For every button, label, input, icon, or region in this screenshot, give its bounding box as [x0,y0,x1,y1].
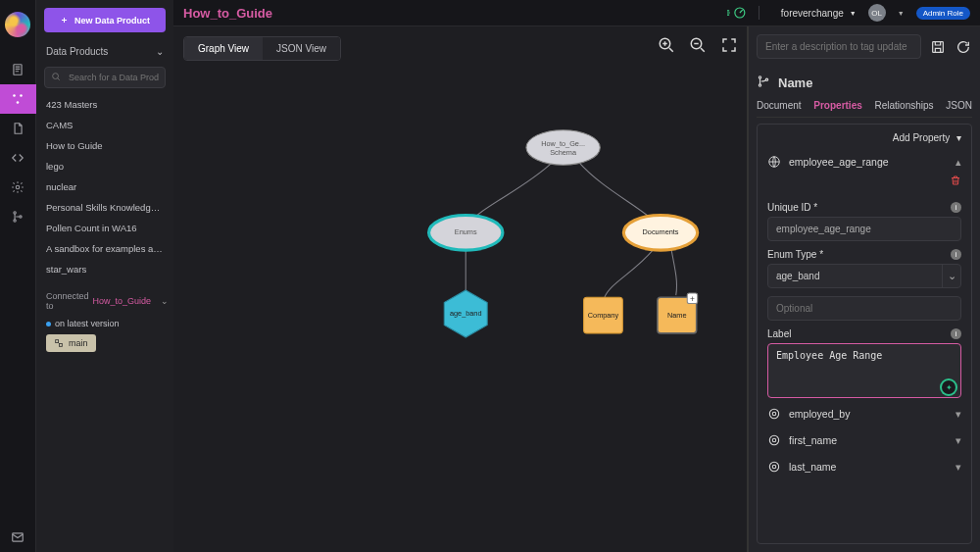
node-schema[interactable]: How_to_Ge... Schema [526,130,600,166]
svg-point-12 [735,8,745,18]
link-icon [767,433,781,447]
info-icon[interactable]: i [951,249,961,260]
refresh-icon[interactable] [955,39,972,55]
property-row[interactable]: first_name▾ [767,427,961,453]
rail-doc-icon[interactable] [0,55,36,84]
node-company[interactable]: Company [584,297,623,333]
rail-mail-icon[interactable] [0,523,36,552]
user-menu[interactable]: foreverchange ▼ [781,8,857,19]
delete-property-button[interactable] [767,173,961,194]
chevron-down-icon[interactable]: ⌄ [161,296,169,306]
sidebar-item[interactable]: How to Guide [36,135,173,156]
property-row[interactable]: last_name▾ [767,453,961,479]
rp-tab-properties[interactable]: Properties [813,100,861,111]
info-icon[interactable]: i [951,202,961,213]
connected-to: Connected to How_to_Guide ⌄ [46,291,164,311]
property-row[interactable]: employed_by▾ [767,400,961,427]
sidebar-item[interactable]: Pollen Count in WA16 [36,218,173,238]
rp-tab-relationships[interactable]: Relationships [875,100,934,111]
save-icon[interactable] [929,39,947,55]
svg-text:Enums: Enums [455,227,477,236]
speed-icon[interactable] [727,6,747,20]
svg-text:age_band: age_band [450,309,482,318]
rail-page-icon[interactable] [0,114,36,143]
collapse-icon: ▴ [956,156,961,169]
rail-code-icon[interactable] [0,143,36,173]
link-icon [767,407,781,421]
search-input[interactable] [44,67,166,88]
optional-field[interactable] [767,296,961,321]
branch-icon [757,75,770,90]
description-input[interactable] [757,34,921,59]
rp-title: Name [778,75,812,90]
svg-point-2 [20,94,23,97]
svg-point-37 [769,462,778,471]
info-icon[interactable]: i [951,328,961,339]
chevron-down-icon: ▾ [956,408,961,420]
svg-rect-10 [56,340,59,343]
sidebar-item[interactable]: 423 Masters [36,94,173,115]
ai-suggest-icon[interactable]: ✦ [942,380,956,394]
sidebar-item[interactable]: CAMS [36,115,173,135]
branch-icon [54,338,64,348]
sidebar-item[interactable]: nuclear [36,176,173,197]
search-icon [51,72,61,83]
new-data-product-button[interactable]: ＋ New Data Product [44,8,166,32]
unique-id-field[interactable] [767,217,961,241]
sidebar-heading[interactable]: Data Products ⌄ [36,42,173,61]
sidebar-item[interactable]: lego [36,156,173,176]
property-header-employee-age-range[interactable]: employee_age_range ▴ [767,151,961,173]
chevron-down-icon: ⌄ [156,46,164,57]
svg-point-3 [17,101,20,104]
rail-merge-icon[interactable] [0,202,36,231]
rp-tab-json[interactable]: JSON [946,100,972,111]
svg-text:Schema: Schema [550,148,577,157]
node-age-band[interactable]: age_band [444,290,487,337]
svg-rect-11 [59,343,62,346]
svg-text:Name: Name [667,311,687,320]
sidebar-item[interactable]: star_wars [36,259,173,279]
caret-down-icon: ▾ [956,132,961,143]
node-name[interactable]: Name + [658,293,698,333]
plus-icon: ＋ [60,14,69,26]
svg-point-36 [769,435,778,444]
chevron-down-icon: ▾ [956,461,961,473]
node-add-icon[interactable]: + [687,293,697,303]
label-textarea[interactable] [767,343,961,398]
node-documents[interactable]: Documents [623,216,697,251]
page-title: How_to_Guide [183,6,272,21]
svg-point-35 [769,409,778,418]
chevron-down-icon[interactable]: ⌄ [942,264,961,288]
new-data-product-label: New Data Product [74,16,150,25]
svg-point-5 [14,212,16,214]
app-logo [5,12,30,37]
svg-point-31 [759,76,760,78]
svg-point-7 [20,216,22,218]
caret-down-icon: ▼ [850,10,857,17]
chevron-down-icon: ▾ [956,434,961,446]
avatar[interactable]: OL [868,4,886,22]
latest-version: on latest version [46,319,164,328]
branch-button[interactable]: main [46,334,96,352]
trash-icon [950,175,961,186]
role-badge: Admin Role [916,7,970,20]
svg-point-6 [14,220,16,222]
svg-point-1 [13,94,16,97]
globe-icon [767,155,781,169]
svg-point-9 [53,74,59,79]
svg-rect-30 [933,41,944,52]
sidebar-item[interactable]: Personal Skills Knowledge Gr... [36,197,173,218]
add-property-button[interactable]: Add Property ▾ [767,132,961,151]
status-dot-icon [46,322,51,326]
link-icon [767,460,781,474]
svg-text:Company: Company [588,311,619,320]
rail-graph-icon[interactable] [0,84,36,114]
svg-text:Documents: Documents [643,227,679,236]
node-enums[interactable]: Enums [429,216,503,251]
svg-point-4 [16,185,20,189]
caret-down-icon[interactable]: ▼ [898,10,905,17]
sidebar-item[interactable]: A sandbox for examples and r... [36,238,173,259]
enum-type-select[interactable] [767,264,961,288]
rp-tab-document[interactable]: Document [757,100,802,111]
rail-settings-icon[interactable] [0,173,36,202]
